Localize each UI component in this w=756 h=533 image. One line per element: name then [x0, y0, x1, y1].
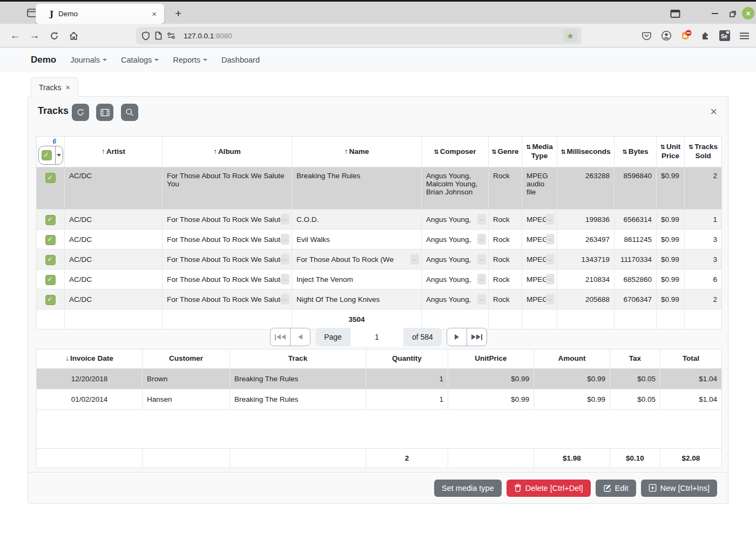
app-navbar: Demo Journals Catalogs Reports Dashboard — [0, 48, 756, 72]
table-row[interactable]: 12/20/2018 Brown Breaking The Rules 1 $0… — [37, 369, 721, 389]
search-button[interactable] — [121, 104, 138, 121]
column-header-name[interactable]: Name — [292, 137, 422, 167]
column-header-amount[interactable]: Amount — [534, 349, 610, 368]
cell-overflow-button[interactable]: … — [546, 274, 555, 285]
column-header-quantity[interactable]: Quantity — [366, 349, 448, 368]
shield-icon[interactable] — [141, 31, 150, 41]
menu-icon[interactable] — [737, 29, 752, 43]
sort-asc-icon — [102, 147, 105, 156]
select-all-dropdown[interactable] — [38, 146, 63, 165]
brand[interactable]: Demo — [31, 55, 56, 65]
column-header-tracks-sold[interactable]: Tracks Sold — [685, 137, 721, 167]
cell-overflow-button[interactable]: … — [410, 254, 419, 265]
nav-item-journals[interactable]: Journals — [70, 56, 107, 64]
cell-overflow-button[interactable]: … — [281, 214, 289, 225]
cell-overflow-button[interactable]: … — [477, 234, 486, 245]
cell-overflow-button[interactable]: … — [281, 294, 289, 305]
edit-button[interactable]: Edit — [596, 480, 636, 497]
account-icon[interactable] — [659, 29, 674, 43]
column-header-bytes[interactable]: Bytes — [615, 137, 657, 167]
tab-tracks[interactable]: Tracks × — [31, 77, 78, 97]
table-row[interactable]: AC/DC For Those About To Rock We Salute…… — [37, 230, 721, 249]
table-row[interactable]: AC/DC For Those About To Rock We Salute…… — [37, 210, 721, 230]
column-header-customer[interactable]: Customer — [143, 349, 230, 368]
cell-overflow-button[interactable]: … — [281, 254, 289, 265]
nav-item-dashboard[interactable]: Dashboard — [221, 56, 260, 64]
row-checkbox[interactable] — [37, 210, 65, 229]
row-checkbox[interactable] — [37, 269, 65, 289]
row-checkbox[interactable] — [37, 289, 65, 309]
row-checkbox[interactable] — [37, 230, 65, 249]
select-all-header: 6 — [37, 137, 65, 167]
column-header-total[interactable]: Total — [660, 349, 721, 368]
media-button[interactable] — [96, 104, 113, 121]
reload-button[interactable] — [46, 28, 62, 43]
window-list-icon[interactable] — [669, 7, 681, 20]
browser-toolbar: ← → 127.0.0.1:8080 ★ — [0, 24, 756, 48]
table-row[interactable]: AC/DC For Those About To Rock We Salute…… — [37, 269, 721, 289]
bookmark-star-icon[interactable]: ★ — [563, 29, 577, 42]
table-row[interactable]: 01/02/2014 Hansen Breaking The Rules 1 $… — [37, 389, 721, 410]
cell-overflow-button[interactable]: … — [546, 214, 555, 225]
cell-overflow-button[interactable]: … — [546, 294, 555, 305]
cell-overflow-button[interactable]: … — [281, 234, 289, 245]
cell-overflow-button[interactable]: … — [477, 294, 486, 305]
table-row[interactable]: AC/DC For Those About To Rock We Salute…… — [37, 249, 721, 269]
column-header-track[interactable]: Track — [230, 349, 366, 368]
refresh-button[interactable] — [72, 104, 89, 121]
browser-tab[interactable]: J Demo × — [36, 4, 164, 24]
home-button[interactable] — [66, 28, 81, 43]
sort-both-icon — [526, 143, 531, 151]
pocket-icon[interactable] — [639, 29, 654, 43]
column-header-invoice-date[interactable]: Invoice Date — [37, 349, 143, 368]
new-button[interactable]: New [Ctrl+Ins] — [641, 480, 717, 497]
table-row[interactable]: AC/DC For Those About To Rock We Salute … — [37, 167, 721, 210]
invoices-header-row: Invoice Date Customer Track Quantity Uni… — [37, 349, 721, 369]
selenium-extension-icon[interactable]: Se — [717, 29, 732, 43]
column-header-milliseconds[interactable]: Milliseconds — [557, 137, 615, 167]
cell-overflow-button[interactable]: … — [546, 234, 555, 245]
delete-button[interactable]: Delete [Ctrl+Del] — [507, 480, 591, 497]
set-media-type-button[interactable]: Set media type — [434, 480, 502, 497]
next-page-button[interactable] — [447, 328, 467, 346]
tab-close-icon[interactable]: × — [150, 9, 159, 19]
table-row[interactable]: AC/DC For Those About To Rock We Salute…… — [37, 289, 721, 309]
column-header-unit-price[interactable]: Unit Price — [657, 137, 685, 167]
column-header-genre[interactable]: Genre — [489, 137, 522, 167]
adblocker-extension-icon[interactable] — [678, 29, 693, 43]
row-checkbox[interactable] — [37, 167, 65, 209]
last-page-button[interactable] — [467, 328, 487, 346]
pagination: Page 1 of 584 — [36, 327, 721, 347]
close-window-button[interactable]: × — [742, 7, 754, 19]
column-header-album[interactable]: Album — [163, 137, 292, 167]
nav-item-reports[interactable]: Reports — [173, 56, 207, 64]
page-info-icon[interactable] — [155, 31, 162, 40]
tax-total: $0.10 — [610, 449, 660, 468]
page-input[interactable]: 1 — [350, 328, 403, 346]
cell-overflow-button[interactable]: … — [281, 274, 289, 285]
restore-button[interactable] — [726, 7, 739, 20]
cell-overflow-button[interactable]: … — [477, 254, 486, 265]
row-checkbox[interactable] — [37, 249, 65, 269]
url-bar[interactable]: 127.0.0.1:8080 ★ — [136, 27, 582, 44]
column-header-composer[interactable]: Composer — [422, 137, 489, 167]
column-header-media-type[interactable]: Media Type — [522, 137, 557, 167]
previous-page-button[interactable] — [290, 328, 310, 346]
cell-overflow-button[interactable]: … — [477, 214, 486, 225]
panel-close-icon[interactable]: × — [710, 106, 717, 118]
forward-button[interactable]: → — [27, 28, 42, 43]
extensions-puzzle-icon[interactable] — [698, 29, 713, 43]
column-header-tax[interactable]: Tax — [610, 349, 660, 368]
cell-overflow-button[interactable]: … — [546, 254, 555, 265]
column-header-unitprice[interactable]: UnitPrice — [448, 349, 534, 368]
cell-overflow-button[interactable]: … — [477, 274, 486, 285]
new-tab-button[interactable]: + — [172, 6, 185, 20]
first-page-button[interactable] — [271, 328, 290, 346]
back-button[interactable]: ← — [8, 28, 23, 43]
minimize-button[interactable] — [708, 7, 721, 20]
nav-item-catalogs[interactable]: Catalogs — [121, 56, 159, 64]
tab-close-icon[interactable]: × — [65, 84, 70, 91]
chevron-down-icon — [154, 59, 159, 61]
permissions-icon[interactable] — [167, 32, 176, 39]
column-header-artist[interactable]: Artist — [65, 137, 163, 167]
